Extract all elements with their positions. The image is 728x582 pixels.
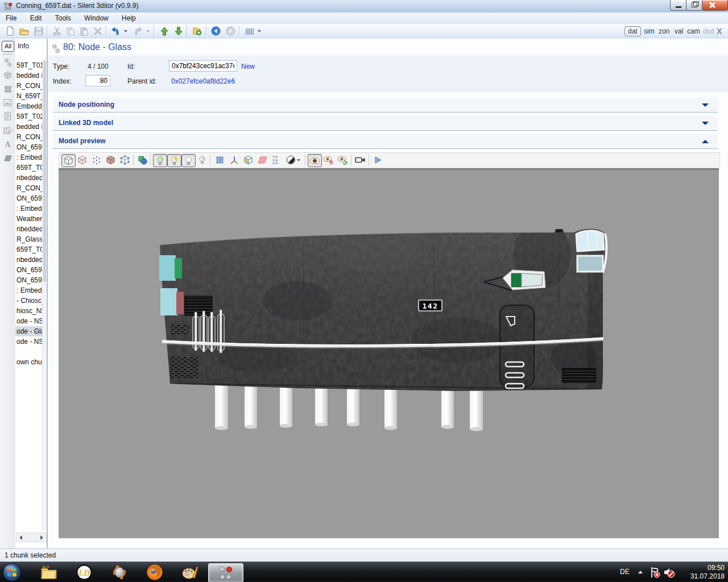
- background-contrast-button[interactable]: [284, 154, 301, 166]
- list-item[interactable]: Weathere: [15, 214, 42, 224]
- redo-button[interactable]: [131, 24, 144, 38]
- list-item[interactable]: 59T_T01.d: [15, 60, 42, 70]
- tray-clock[interactable]: 09:50 31.07.2018: [690, 564, 725, 581]
- list-item[interactable]: Embedde: [15, 101, 42, 111]
- start-button[interactable]: [2, 563, 22, 582]
- list-item[interactable]: ode - NSS: [15, 336, 42, 347]
- list-item[interactable]: N_659T_C: [15, 91, 42, 101]
- restore-button[interactable]: [686, 0, 703, 11]
- menu-tools[interactable]: Tools: [49, 13, 77, 22]
- taskbar-explorer-button[interactable]: [34, 563, 64, 581]
- filter-document-button[interactable]: [3, 111, 13, 121]
- light-2-button[interactable]: [167, 154, 181, 167]
- list-item[interactable]: ON_659T_: [15, 142, 42, 152]
- section-model-preview[interactable]: Model preview: [53, 134, 718, 149]
- model-viewport[interactable]: 142: [59, 168, 719, 538]
- list-item[interactable]: ode - Glas: [15, 326, 42, 336]
- tray-expand-icon[interactable]: [638, 571, 643, 573]
- toggle-axes-button[interactable]: [228, 154, 241, 166]
- minimize-button[interactable]: [670, 0, 687, 11]
- new-document-button[interactable]: [3, 24, 16, 38]
- list-item[interactable]: nbedded: [15, 173, 42, 183]
- section-linked-3d-model[interactable]: Linked 3D model: [53, 116, 718, 131]
- copy-button[interactable]: [64, 24, 77, 38]
- menu-help[interactable]: Help: [116, 13, 142, 22]
- reset-origin-button[interactable]: X=0Y=0Z=0: [270, 154, 283, 166]
- add-item-button[interactable]: [191, 24, 204, 38]
- toggle-textures-button[interactable]: [242, 154, 255, 166]
- list-item[interactable]: ON_659T_: [15, 193, 42, 203]
- render-bbox-button[interactable]: [118, 154, 131, 166]
- index-input[interactable]: [85, 75, 110, 86]
- menu-edit[interactable]: Edit: [24, 13, 48, 22]
- volume-muted-icon[interactable]: [663, 566, 676, 579]
- list-item[interactable]: : Embedd: [15, 203, 42, 214]
- filter-texture-button[interactable]: [3, 98, 13, 107]
- move-up-button[interactable]: [158, 24, 171, 38]
- list-item[interactable]: R_CON_65: [15, 132, 42, 142]
- taskbar-silent3ditor-button[interactable]: [208, 563, 243, 582]
- id-input[interactable]: [169, 60, 237, 72]
- filter-all-button[interactable]: All: [2, 41, 14, 52]
- undo-button[interactable]: [109, 24, 122, 38]
- list-item[interactable]: nbedded: [15, 224, 42, 234]
- new-link[interactable]: New: [241, 63, 255, 70]
- view-columns-button[interactable]: [243, 24, 256, 38]
- forward-button[interactable]: [224, 24, 237, 38]
- list-item[interactable]: 659T_T01.: [15, 244, 42, 255]
- tab-val[interactable]: val: [675, 27, 683, 35]
- list-item[interactable]: ON_659T_: [15, 275, 42, 285]
- cut-button[interactable]: [50, 24, 63, 38]
- sidebar-vertical-scrollbar[interactable]: [42, 60, 47, 530]
- capture-button[interactable]: [354, 154, 367, 166]
- tab-cam[interactable]: cam: [687, 27, 700, 35]
- menu-window[interactable]: Window: [78, 13, 114, 22]
- list-item[interactable]: 59T_T02.d: [15, 111, 42, 122]
- visibility-s-button[interactable]: S: [322, 154, 335, 166]
- render-wireframe-button[interactable]: [76, 154, 89, 166]
- list-item[interactable]: R_GlassW: [15, 234, 42, 244]
- menu-file[interactable]: File: [0, 13, 22, 22]
- play-button[interactable]: [371, 154, 384, 166]
- list-item[interactable]: ON_659T_: [15, 265, 42, 275]
- taskbar-paint-button[interactable]: [175, 563, 205, 581]
- taskbar-ld-app-button[interactable]: LD: [69, 563, 99, 581]
- light-1-button[interactable]: [153, 154, 167, 167]
- filter-model-button[interactable]: [3, 70, 13, 80]
- taskbar-firefox-button[interactable]: [140, 563, 169, 581]
- list-item[interactable]: ode - NSS: [15, 316, 42, 326]
- redo-dropdown[interactable]: [144, 24, 151, 38]
- list-item-unknown-chunk[interactable]: own chur: [16, 358, 44, 366]
- list-item[interactable]: nbedded: [15, 255, 42, 265]
- filter-text-button[interactable]: A: [3, 140, 13, 149]
- list-item[interactable]: R_CON_65: [15, 81, 42, 91]
- save-button[interactable]: [32, 24, 45, 38]
- light-4-button[interactable]: [196, 154, 209, 166]
- list-item[interactable]: : Embedd: [15, 152, 42, 163]
- open-button[interactable]: [18, 24, 31, 38]
- list-item[interactable]: hiosc_NSS: [15, 306, 42, 316]
- toggle-planes-button[interactable]: [256, 154, 269, 166]
- tab-close-button[interactable]: X: [717, 27, 722, 36]
- close-button[interactable]: [702, 0, 728, 11]
- tab-sim[interactable]: sim: [644, 27, 655, 35]
- paste-button[interactable]: [77, 24, 90, 38]
- visibility-rotate-button[interactable]: [336, 154, 349, 166]
- list-item[interactable]: bedded ir: [15, 70, 42, 81]
- taskbar-3d-tool-button[interactable]: [105, 563, 134, 581]
- scroll-left-icon[interactable]: [19, 535, 22, 540]
- back-button[interactable]: [209, 24, 222, 38]
- action-center-icon[interactable]: [650, 566, 661, 579]
- render-points-button[interactable]: [90, 154, 103, 166]
- render-solid-wire-button[interactable]: [104, 154, 117, 166]
- delete-button[interactable]: [91, 24, 104, 38]
- tab-dat[interactable]: dat: [624, 26, 641, 36]
- parent-id-link[interactable]: 0x027efce0af8d22e6: [171, 77, 235, 85]
- list-item[interactable]: bedded ir: [15, 122, 42, 132]
- title-bar[interactable]: Conning_659T.dat - Silent 3ditor (v0.9.9…: [0, 0, 728, 13]
- list-item[interactable]: R_CON_6: [15, 183, 42, 193]
- light-3-button[interactable]: [181, 154, 196, 167]
- scroll-right-icon[interactable]: [40, 535, 43, 540]
- move-down-button[interactable]: [172, 24, 185, 38]
- filter-info-button[interactable]: i: [3, 126, 13, 135]
